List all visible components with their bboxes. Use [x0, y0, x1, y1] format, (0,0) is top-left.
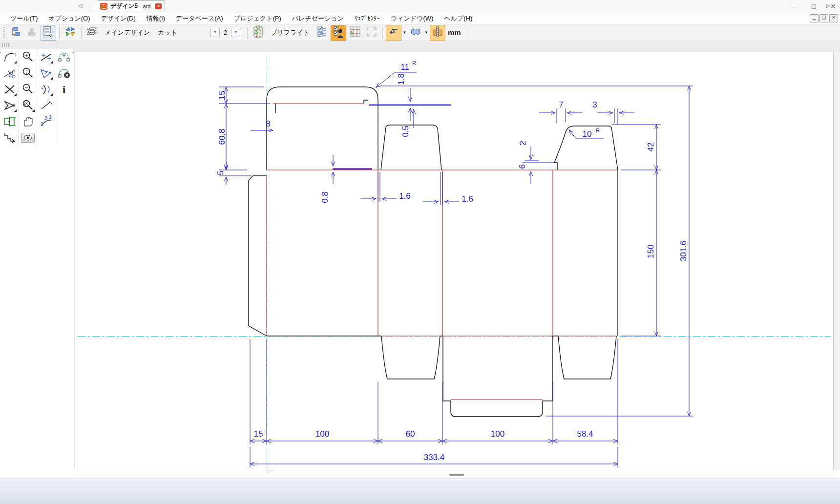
delete-handle-tool[interactable]	[56, 65, 72, 81]
mdi-minimize-button[interactable]: ▁	[810, 14, 819, 22]
canvas-right-gutter	[833, 52, 840, 470]
palette-column-3: 123	[37, 49, 55, 146]
zoom-in-tool[interactable]	[20, 49, 36, 65]
zoom-center-tool[interactable]	[20, 65, 36, 81]
rebuild-arrows-button[interactable]	[63, 25, 78, 41]
window-restore-button[interactable]: □	[812, 3, 816, 10]
reroute-arrow-icon	[388, 27, 399, 39]
counter-tool[interactable]	[2, 113, 18, 129]
dim-1-8: 1.8	[397, 73, 406, 85]
tab-scroll-right-button[interactable]: ▷	[824, 1, 832, 10]
nest-shape-button[interactable]	[408, 25, 423, 41]
layout-grid-icon	[349, 25, 361, 40]
paste-structure-button[interactable]	[7, 25, 23, 41]
dim-width-58-4: 58.4	[577, 429, 593, 439]
layer-combo-value[interactable]: 2	[224, 29, 227, 36]
dim-5: 5	[216, 170, 225, 175]
dim-7: 7	[559, 100, 563, 109]
mdi-window-controls: ▁ ❏ ✕	[810, 14, 838, 22]
layer-combo: ▼ 2 ▼	[210, 28, 240, 37]
dim-150: 150	[646, 245, 655, 258]
delete-tool[interactable]	[2, 81, 18, 97]
ruler-button[interactable]	[430, 25, 445, 41]
checklist-icon	[316, 25, 328, 40]
status-bar	[0, 479, 840, 504]
cut-mode-label[interactable]: カット	[158, 28, 177, 37]
menu-help[interactable]: ヘルプ(H)	[439, 14, 478, 23]
dim-42: 42	[646, 143, 655, 152]
dim-width-100-a: 100	[315, 429, 329, 439]
dim-0-5: 0.5	[401, 126, 410, 137]
layer-combo-right-button[interactable]: ▼	[231, 28, 240, 37]
menu-project[interactable]: プロジェクト(P)	[229, 14, 287, 23]
document-icon	[100, 3, 107, 10]
menu-window[interactable]: ウィンドウ(W)	[385, 14, 439, 23]
svg-text:3: 3	[49, 115, 52, 120]
checklist-button[interactable]	[314, 25, 330, 41]
ruler-icon	[432, 26, 443, 40]
fillet-tool[interactable]	[2, 49, 18, 65]
dim-width-100-b: 100	[491, 429, 504, 439]
menu-information[interactable]: 情報(I)	[141, 14, 170, 23]
palette-column-2	[19, 49, 37, 146]
dim-width-333-4: 333.4	[424, 453, 445, 462]
stair-line-tool[interactable]	[2, 129, 18, 146]
layer-combo-left-button[interactable]: ▼	[210, 28, 220, 37]
layers-button[interactable]	[84, 25, 100, 41]
tab-scroll-left-button[interactable]: ◁	[76, 1, 84, 10]
window-minimize-button[interactable]: —	[790, 3, 797, 10]
nest-shape-icon	[409, 26, 422, 39]
user-checklist-icon	[333, 25, 344, 40]
application-window: — □ ✕ ツール(T) オプション(O) デザイン(D) 情報(I) データベ…	[0, 0, 840, 504]
reroute-dropdown-caret[interactable]: ▼	[402, 30, 406, 35]
expand-disabled-icon	[365, 25, 378, 40]
flip-tool[interactable]	[38, 65, 54, 81]
menu-design[interactable]: デザイン(D)	[96, 14, 141, 23]
tab-design5[interactable]: デザイン5 - ard ✕	[91, 0, 165, 11]
pick-point-tool[interactable]	[2, 97, 18, 113]
dim-1-6-b: 1.6	[462, 194, 473, 204]
preflight-label[interactable]: プリフライト	[271, 28, 310, 37]
menu-tools[interactable]: ツール(T)	[5, 14, 43, 23]
arc-pair-tool[interactable]	[38, 81, 54, 97]
drawing-canvas[interactable]: 15 60.8 5 8 11 R 1.8 0.5 0.8 1.6 1.6 2 6…	[74, 52, 833, 470]
mdi-restore-button[interactable]: ❏	[819, 14, 828, 22]
preflight-button[interactable]	[251, 25, 266, 41]
tab-close-button[interactable]: ✕	[155, 3, 162, 9]
stamp-disabled-button	[24, 25, 40, 41]
menu-bar: ツール(T) オプション(O) デザイン(D) 情報(I) データベース(A) …	[0, 13, 840, 24]
show-hide-button[interactable]	[20, 129, 36, 146]
dieline-crease-lines	[267, 104, 618, 399]
layout-grid-button[interactable]	[347, 25, 363, 41]
menu-webcenter[interactable]: ｳｪﾌﾞｾﾝﾀｰ	[349, 15, 385, 22]
zoom-window-tool[interactable]	[20, 97, 36, 113]
horizontal-scrollbar-thumb[interactable]	[449, 474, 464, 476]
menu-database[interactable]: データベース(A)	[170, 14, 229, 23]
preflight-clipboard-icon	[252, 25, 264, 40]
sequence-tool[interactable]: 123	[38, 113, 54, 129]
centerlines	[78, 57, 831, 470]
info-tool[interactable]: i	[56, 81, 72, 97]
menu-options[interactable]: オプション(O)	[43, 14, 95, 23]
add-line-tool[interactable]	[38, 49, 54, 65]
cut-line-tool[interactable]	[2, 65, 18, 81]
user-checklist-button[interactable]	[331, 25, 346, 41]
line-tool[interactable]	[38, 97, 54, 113]
palette-column-4: i	[55, 49, 73, 146]
dim-0-8: 0.8	[320, 191, 330, 203]
menu-palletization[interactable]: パレチゼーション	[287, 14, 349, 23]
rotate-handle-tool[interactable]	[56, 49, 72, 65]
dim-radius-11-suffix: R	[412, 60, 416, 66]
horizontal-scrollbar[interactable]	[74, 470, 833, 479]
design-mode-label[interactable]: メインデザイン	[105, 28, 150, 37]
nest-dropdown-caret[interactable]: ▼	[424, 30, 428, 35]
rebuild-arrows-icon	[64, 25, 77, 40]
dim-radius-11: 11	[400, 63, 409, 72]
pan-tool[interactable]	[20, 113, 36, 129]
dim-15-left: 15	[217, 91, 227, 100]
spec-sheet-button[interactable]	[41, 25, 56, 41]
zoom-out-tool[interactable]	[20, 81, 36, 97]
dimension-lines	[219, 73, 693, 467]
mdi-close-button[interactable]: ✕	[829, 14, 838, 22]
reroute-arrow-button[interactable]	[386, 25, 401, 41]
